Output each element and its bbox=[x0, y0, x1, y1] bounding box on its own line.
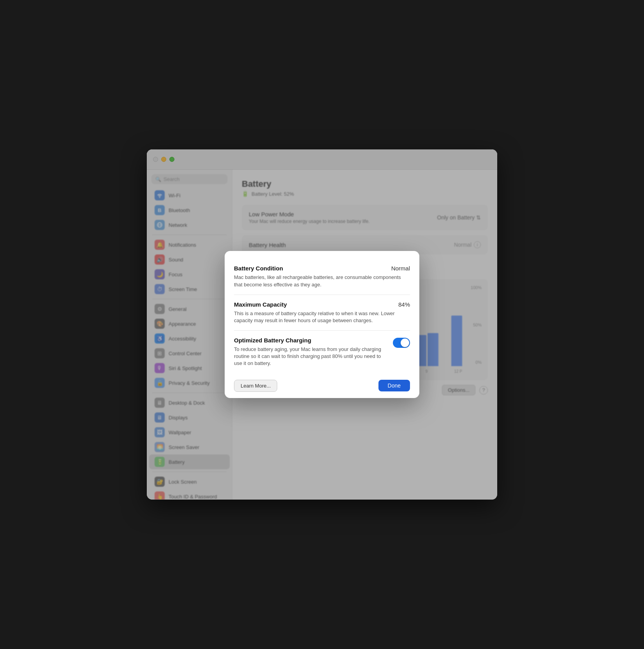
done-button[interactable]: Done bbox=[378, 380, 410, 391]
optimized-charging-title: Optimized Battery Charging bbox=[234, 337, 385, 344]
optimized-charging-text: Optimized Battery Charging To reduce bat… bbox=[234, 337, 393, 367]
optimized-charging-desc: To reduce battery aging, your Mac learns… bbox=[234, 346, 385, 367]
modal-overlay: Battery Condition Normal Mac batteries, … bbox=[147, 149, 497, 500]
modal-section-capacity: Maximum Capacity 84% This is a measure o… bbox=[234, 295, 410, 331]
battery-condition-title: Battery Condition bbox=[234, 265, 283, 272]
modal-footer: Learn More... Done bbox=[225, 374, 419, 398]
maximum-capacity-title: Maximum Capacity bbox=[234, 301, 287, 308]
system-preferences-window: 🔍 Search Wi-Fi B Bluetooth bbox=[147, 149, 497, 500]
battery-health-modal: Battery Condition Normal Mac batteries, … bbox=[225, 251, 419, 398]
optimized-charging-toggle[interactable] bbox=[393, 338, 410, 348]
modal-section-optimized: Optimized Battery Charging To reduce bat… bbox=[234, 331, 410, 374]
learn-more-button[interactable]: Learn More... bbox=[234, 380, 277, 392]
modal-section-condition: Battery Condition Normal Mac batteries, … bbox=[234, 259, 410, 295]
maximum-capacity-desc: This is a measure of battery capacity re… bbox=[234, 310, 410, 324]
maximum-capacity-value: 84% bbox=[398, 301, 410, 308]
battery-condition-desc: Mac batteries, like all rechargeable bat… bbox=[234, 274, 410, 288]
optimized-charging-row: Optimized Battery Charging To reduce bat… bbox=[234, 337, 410, 367]
battery-condition-value: Normal bbox=[391, 265, 410, 272]
toggle-knob bbox=[401, 339, 409, 347]
modal-content: Battery Condition Normal Mac batteries, … bbox=[225, 251, 419, 373]
